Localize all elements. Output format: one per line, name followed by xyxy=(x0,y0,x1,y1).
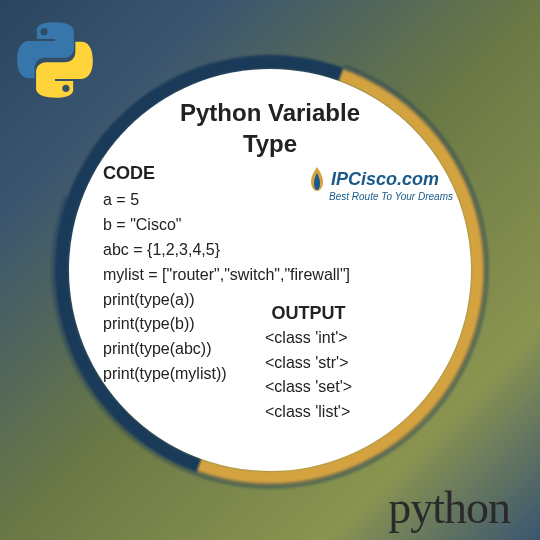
brand-tagline: Best Route To Your Dreams xyxy=(329,191,453,202)
output-heading: OUTPUT xyxy=(265,303,352,324)
brand-name: IPCisco.com xyxy=(331,169,439,190)
brand-logo: IPCisco.com Best Route To Your Dreams xyxy=(307,167,453,202)
output-block: OUTPUT <class 'int'> <class 'str'> <clas… xyxy=(265,303,352,425)
code-line: abc = {1,2,3,4,5} xyxy=(103,238,443,263)
title-line-2: Type xyxy=(243,130,297,157)
python-wordmark: python xyxy=(388,481,510,534)
title-line-1: Python Variable xyxy=(180,99,360,126)
flame-icon xyxy=(307,167,327,191)
output-line: <class 'list'> xyxy=(265,400,352,425)
page-title: Python Variable Type xyxy=(97,97,443,159)
code-line: mylist = ["router","switch","firewall"] xyxy=(103,263,443,288)
code-line: b = "Cisco" xyxy=(103,213,443,238)
output-line: <class 'str'> xyxy=(265,351,352,376)
output-line: <class 'set'> xyxy=(265,375,352,400)
content-circle: Python Variable Type CODE a = 5 b = "Cis… xyxy=(55,55,485,485)
output-line: <class 'int'> xyxy=(265,326,352,351)
white-content-area: Python Variable Type CODE a = 5 b = "Cis… xyxy=(69,69,471,471)
